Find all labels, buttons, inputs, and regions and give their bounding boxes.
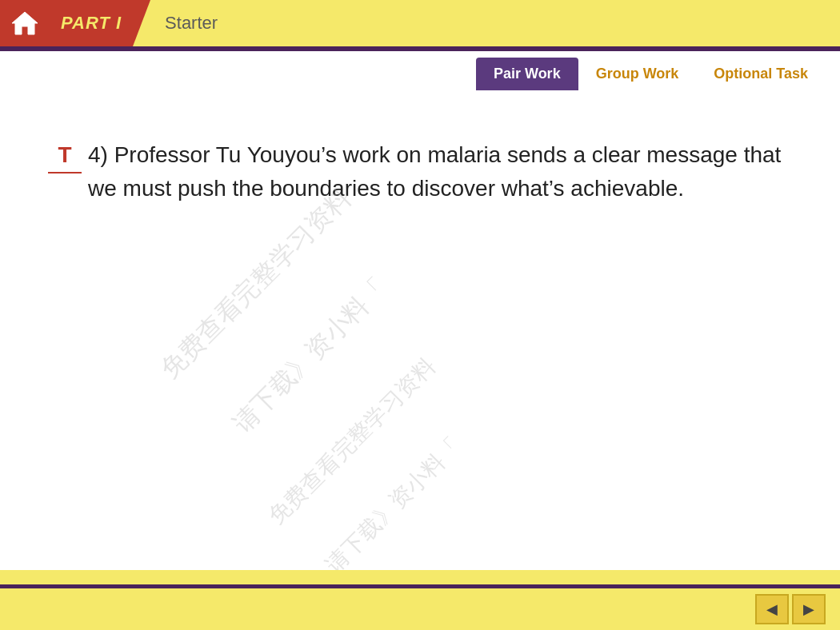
watermark-line3: 免费查看完整学习资料 [262,352,442,532]
main-content: 免费查看完整学习资料 请下载》资小料「 免费查看完整学习资料 请下载》资小料「 … [0,90,840,570]
watermark-line4: 请下载》资小料「 [319,431,467,570]
sentence-text: 4) Professor Tu Youyou’s work on malaria… [88,138,792,205]
answer-letter: T [48,138,82,173]
svg-marker-0 [12,12,38,34]
header: PART I Starter [0,0,840,46]
part-label: PART I [50,0,133,46]
watermark-line1: 免费查看完整学习资料 [153,181,358,386]
starter-label: Starter [150,13,218,34]
tab-optional-task[interactable]: Optional Task [696,58,826,90]
watermark-line2: 请下载》资小料「 [226,271,395,441]
sentence-block: T 4) Professor Tu Youyou’s work on malar… [48,138,792,205]
home-icon [10,9,39,38]
header-divider [133,0,150,46]
content-wrapper: Pair Work Group Work Optional Task 免费查看完… [0,51,840,570]
home-button[interactable] [0,0,50,46]
tab-group-work[interactable]: Group Work [578,58,697,90]
forward-button[interactable]: ▶ [792,594,826,624]
tab-row: Pair Work Group Work Optional Task [0,51,840,90]
back-button[interactable]: ◀ [755,594,789,624]
footer: ◀ ▶ [0,588,840,630]
tab-pair-work[interactable]: Pair Work [476,58,578,90]
